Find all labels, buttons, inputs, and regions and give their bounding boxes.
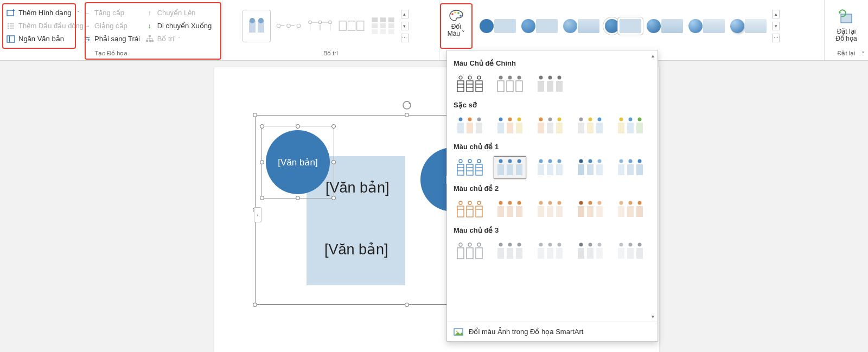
change-colors-label2: Màu [448, 30, 460, 37]
svg-point-26 [328, 21, 331, 23]
svg-point-139 [468, 201, 471, 204]
color-option-selected[interactable] [494, 156, 526, 179]
svg-rect-170 [636, 206, 643, 217]
smartart-circle-selected[interactable]: [Văn bản] [266, 130, 330, 194]
change-colors-button[interactable]: ĐổiMàu ˅ [441, 2, 472, 44]
move-down-button[interactable]: ↓ Di chuyển Xuống [143, 21, 218, 31]
demote-button[interactable]: → Giảng cấp [80, 21, 143, 31]
svg-rect-163 [587, 206, 593, 217]
move-up-button[interactable]: ↑ Chuyển Lên [143, 8, 218, 18]
svg-point-171 [459, 243, 462, 246]
svg-rect-187 [547, 248, 553, 259]
color-option[interactable] [454, 114, 486, 137]
color-option[interactable] [494, 114, 526, 137]
add-shape-label: Thêm Hình dạng [18, 9, 72, 17]
svg-point-43 [454, 11, 456, 14]
style-item[interactable] [730, 19, 767, 33]
svg-point-104 [477, 159, 481, 163]
svg-rect-52 [467, 81, 473, 92]
svg-point-5 [8, 27, 9, 28]
svg-point-86 [558, 118, 561, 121]
color-option[interactable] [454, 156, 486, 179]
color-option[interactable] [614, 156, 647, 179]
svg-point-90 [579, 118, 583, 121]
svg-rect-89 [556, 123, 563, 133]
svg-rect-71 [556, 81, 563, 92]
color-option[interactable] [494, 240, 526, 263]
dropdown-scrollbar[interactable]: ▴▾ [649, 53, 656, 319]
style-item[interactable] [563, 19, 599, 33]
svg-rect-175 [467, 248, 473, 259]
color-option[interactable] [454, 198, 486, 221]
svg-point-42 [451, 13, 454, 15]
reset-graphic-button[interactable]: Đặt lạiĐồ họa [829, 10, 864, 42]
color-option[interactable] [534, 73, 566, 95]
svg-rect-40 [380, 29, 386, 34]
svg-point-153 [539, 201, 543, 205]
color-option[interactable] [614, 114, 647, 137]
svg-rect-81 [497, 123, 504, 133]
svg-point-172 [468, 243, 471, 246]
color-option[interactable] [534, 240, 566, 263]
text-pane-button[interactable]: Ngăn Văn bản [4, 34, 80, 44]
layout-thumb[interactable] [369, 14, 397, 38]
style-item[interactable] [480, 19, 516, 33]
add-bullet-button[interactable]: Thêm Dấu đầu dòng [4, 21, 80, 31]
layout-thumb[interactable] [275, 14, 302, 38]
style-item[interactable] [605, 19, 641, 33]
color-option[interactable] [574, 114, 607, 137]
document-canvas[interactable]: ‹ [Vă [Văn bản] [Văn bản] [Văn bản] [0, 61, 868, 352]
color-option[interactable] [574, 198, 607, 221]
add-bullet-label: Thêm Dấu đầu dòng [18, 22, 84, 30]
color-option[interactable] [534, 198, 566, 221]
add-shape-icon [7, 9, 15, 17]
svg-point-44 [457, 12, 459, 14]
color-option[interactable] [574, 156, 607, 179]
ribbon-collapse-icon[interactable]: ˅ [861, 51, 865, 58]
style-item[interactable] [521, 19, 558, 33]
group-label-layouts: Bố trí [227, 49, 435, 59]
shape-inner-text[interactable]: [Văn bản] [324, 241, 388, 258]
promote-button[interactable]: ← Tăng cấp [80, 8, 143, 18]
text-pane-label: Ngăn Văn bản [18, 35, 64, 43]
layout-thumb[interactable] [307, 14, 334, 38]
layout-thumb[interactable] [338, 14, 365, 38]
add-shape-button[interactable]: Thêm Hình dạng ˅ [4, 8, 80, 18]
color-option[interactable] [534, 114, 566, 137]
text-pane-toggle[interactable]: ‹ [254, 207, 261, 222]
reset-icon [838, 10, 854, 26]
color-option[interactable] [454, 73, 486, 95]
palette-icon [448, 9, 464, 22]
color-option[interactable] [574, 240, 607, 263]
layout-gallery-scroll[interactable]: ▴▾⋯ [401, 10, 409, 42]
move-up-label: Chuyển Lên [157, 9, 196, 17]
rtl-button[interactable]: ⇆ Phải sang Trái [80, 34, 143, 44]
color-option[interactable] [614, 198, 647, 221]
layout-button[interactable]: Bố trí ˅ [143, 34, 218, 44]
svg-point-115 [508, 159, 512, 163]
svg-point-114 [499, 159, 503, 163]
style-item[interactable] [647, 19, 683, 33]
color-option[interactable] [494, 198, 526, 221]
rotate-handle[interactable] [401, 100, 412, 113]
group-label-reset: Đặt lại [829, 49, 864, 59]
color-option[interactable] [534, 156, 566, 179]
style-item[interactable] [688, 19, 725, 33]
shape-inner-text[interactable]: [Văn bản] [326, 179, 390, 196]
svg-rect-176 [476, 248, 482, 259]
svg-rect-124 [547, 164, 553, 175]
promote-label: Tăng cấp [94, 9, 124, 17]
svg-rect-131 [596, 164, 603, 175]
color-option[interactable] [614, 240, 647, 263]
recolor-pictures-button[interactable]: Đổi màu Ảnh trong Đồ họa SmartArt [447, 322, 658, 341]
svg-point-103 [468, 159, 471, 163]
layout-thumb-selected[interactable] [242, 10, 271, 42]
svg-point-138 [459, 201, 462, 204]
color-option[interactable] [454, 240, 486, 263]
svg-point-16 [258, 18, 264, 23]
svg-rect-174 [457, 248, 464, 259]
styles-gallery-scroll[interactable]: ▴▾⋯ [772, 10, 780, 42]
color-option[interactable] [494, 73, 526, 95]
svg-point-173 [477, 243, 481, 246]
svg-rect-151 [507, 206, 513, 217]
